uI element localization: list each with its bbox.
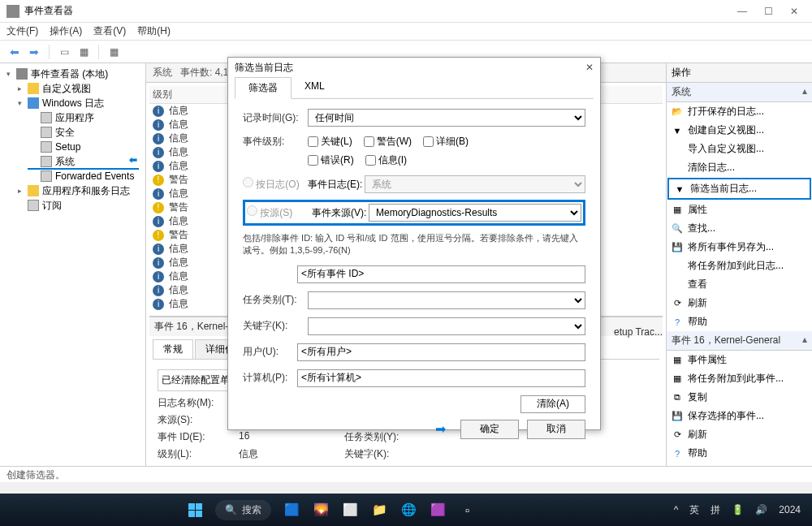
actions-pane: 操作 系统▴ 📂打开保存的日志... ▼创建自定义视图... 导入自定义视图..… <box>666 63 812 477</box>
action-save-all[interactable]: 💾将所有事件另存为... <box>667 238 812 257</box>
folder-icon: 📂 <box>672 106 683 118</box>
keywords-label: 关键字(K): <box>243 319 308 333</box>
tree-subscribe[interactable]: 订阅 <box>3 198 142 213</box>
keywords-select[interactable] <box>308 317 585 335</box>
check-error[interactable]: 错误(R) <box>308 153 354 167</box>
toolbar-icon[interactable]: ▦ <box>106 44 122 60</box>
level-label: 事件级别: <box>243 135 308 149</box>
refresh-icon: ⟳ <box>672 298 683 309</box>
computer-input[interactable] <box>297 369 585 387</box>
file-explorer-icon[interactable]: 📁 <box>370 501 388 519</box>
dialog-close-button[interactable]: ✕ <box>585 62 594 73</box>
action-view[interactable]: 查看 <box>667 275 812 294</box>
ime-lang[interactable]: 英 <box>689 503 699 517</box>
close-button[interactable]: ✕ <box>789 6 799 17</box>
action-attach-task[interactable]: 将任务附加到此日志... <box>667 257 812 275</box>
user-input[interactable] <box>297 343 585 361</box>
ime-mode[interactable]: 拼 <box>710 503 720 517</box>
action-refresh2[interactable]: ⟳刷新 <box>667 425 812 444</box>
tree-security[interactable]: 安全 <box>3 125 142 140</box>
collapse-icon[interactable]: ▴ <box>802 85 807 97</box>
toolbar-icon[interactable]: ▦ <box>76 44 92 60</box>
tab-general[interactable]: 常规 <box>153 339 193 359</box>
action-copy[interactable]: ⧉复制 <box>667 388 812 407</box>
tray-chevron-icon[interactable]: ^ <box>674 504 679 515</box>
actions-section-system: 系统▴ <box>667 83 812 102</box>
eventlog-label: 事件日志(E): <box>308 178 365 192</box>
info-icon: i <box>153 161 164 172</box>
check-critical[interactable]: 关键(L) <box>308 135 352 149</box>
tree-app-service-logs[interactable]: ▸应用程序和服务日志 <box>3 183 142 198</box>
taskbar-icon[interactable]: ⬜ <box>341 501 359 519</box>
action-find[interactable]: 🔍查找... <box>667 219 812 238</box>
action-save-selected[interactable]: 💾保存选择的事件... <box>667 407 812 425</box>
action-help2[interactable]: ?帮助 <box>667 444 812 463</box>
tree-root[interactable]: ▾事件查看器 (本地) <box>3 67 142 81</box>
separator <box>98 45 99 59</box>
start-button[interactable] <box>186 501 204 519</box>
category-select[interactable] <box>308 291 585 309</box>
toolbar-icon[interactable]: ▭ <box>56 44 72 60</box>
taskbar-icon[interactable]: 🌄 <box>312 501 330 519</box>
action-attach-event-task[interactable]: ▦将任务附加到此事件... <box>667 369 812 388</box>
menu-help[interactable]: 帮助(H) <box>137 24 171 38</box>
action-help[interactable]: ?帮助 <box>667 313 812 331</box>
action-import-view[interactable]: 导入自定义视图... <box>667 140 812 158</box>
cropped-text: etup Trac... <box>614 326 663 338</box>
tree-windows-logs[interactable]: ▾Windows 日志 <box>3 96 142 110</box>
dialog-tab-xml[interactable]: XML <box>292 77 338 98</box>
action-create-view[interactable]: ▼创建自定义视图... <box>667 121 812 140</box>
action-properties[interactable]: ▦属性 <box>667 200 812 219</box>
label: 事件 ID(E): <box>158 430 231 444</box>
menu-file[interactable]: 文件(F) <box>6 24 38 38</box>
id-hint: 包括/排除事件 ID: 输入 ID 号和/或 ID 范围，使用逗号分隔。若要排除… <box>243 232 585 257</box>
event-level: 信息 <box>169 145 188 159</box>
back-button[interactable]: ⬅ <box>6 44 23 60</box>
source-select[interactable]: MemoryDiagnostics-Results <box>369 204 581 222</box>
tree-system[interactable]: 系统⬅ <box>3 154 142 169</box>
edge-icon[interactable]: 🌐 <box>400 501 417 519</box>
label: 日志名称(M): <box>158 396 231 410</box>
minimize-button[interactable]: — <box>737 6 747 17</box>
event-id-input[interactable] <box>297 265 585 283</box>
tree-application[interactable]: 应用程序 <box>3 110 142 125</box>
check-verbose[interactable]: 详细(B) <box>423 135 469 149</box>
tree-custom-views[interactable]: ▸自定义视图 <box>3 81 142 96</box>
label: 来源(S): <box>158 413 231 427</box>
collapse-icon[interactable]: ▴ <box>802 334 807 345</box>
taskbar-search[interactable]: 🔍搜索 <box>215 500 271 520</box>
volume-icon[interactable]: 🔊 <box>755 504 767 515</box>
ok-button[interactable]: 确定 <box>460 420 519 439</box>
action-open-saved-log[interactable]: 📂打开保存的日志... <box>667 102 812 121</box>
refresh-icon: ⟳ <box>672 429 683 441</box>
taskbar-icon[interactable]: ▫ <box>458 501 476 519</box>
forward-button[interactable]: ➡ <box>26 44 42 60</box>
taskbar-icon[interactable]: 🟦 <box>283 501 300 519</box>
clear-button[interactable]: 清除(A) <box>520 395 585 413</box>
check-info[interactable]: 信息(I) <box>365 153 407 167</box>
menu-view[interactable]: 查看(V) <box>93 24 126 38</box>
tree-forwarded[interactable]: Forwarded Events <box>3 169 142 183</box>
radio-bysrc <box>247 205 257 216</box>
logtime-select[interactable]: 任何时间 <box>308 109 585 127</box>
computer-label: 计算机(P): <box>243 371 297 385</box>
action-refresh[interactable]: ⟳刷新 <box>667 294 812 313</box>
highlight-arrow-icon: ⬅ <box>129 154 137 166</box>
clock[interactable]: 2024 <box>779 504 801 515</box>
tree-setup[interactable]: Setup <box>3 140 142 154</box>
action-event-properties[interactable]: ▦事件属性 <box>667 351 812 369</box>
event-level: 信息 <box>169 214 188 228</box>
info-icon: i <box>153 244 164 255</box>
cancel-button[interactable]: 取消 <box>527 420 585 439</box>
menu-operation[interactable]: 操作(A) <box>50 24 82 38</box>
battery-icon[interactable]: 🔋 <box>732 504 744 515</box>
action-clear-log[interactable]: 清除日志... <box>667 158 812 177</box>
maximize-button[interactable]: ☐ <box>763 6 773 17</box>
actions-section-event: 事件 16，Kernel-General▴ <box>667 331 812 351</box>
taskbar-icon[interactable]: 🟪 <box>429 501 447 519</box>
logtime-label: 记录时间(G): <box>243 111 308 125</box>
filter-icon: ▼ <box>672 125 683 136</box>
check-warning[interactable]: 警告(W) <box>364 135 412 149</box>
dialog-tab-filter[interactable]: 筛选器 <box>235 77 292 99</box>
action-filter-current-log[interactable]: ▼筛选当前日志... <box>667 178 811 200</box>
